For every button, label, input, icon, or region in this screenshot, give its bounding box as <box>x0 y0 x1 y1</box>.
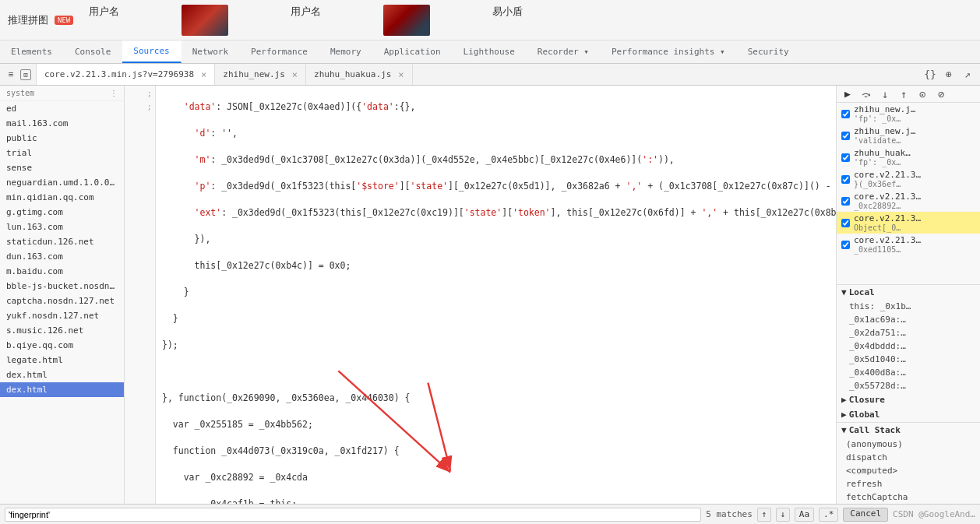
search-next-btn[interactable]: ↓ <box>776 508 790 522</box>
right-file-name-0: zhihu_new.j… 'fp': _0x… <box>854 104 915 123</box>
sidebar-item-lun163[interactable]: lun.163.com <box>0 220 124 234</box>
tab-memory[interactable]: Memory <box>319 40 373 63</box>
code-line: , _0x4caf1b = this; <box>162 498 830 504</box>
step-btn[interactable]: ⊙ <box>915 86 930 102</box>
search-prev-btn[interactable]: ↑ <box>757 508 771 522</box>
right-file-label: zhuhu_huak… <box>854 148 911 158</box>
sidebar-more-btn[interactable]: ⋮ <box>110 89 118 97</box>
sidebar-item-music126[interactable]: s.music.126.net <box>0 323 124 338</box>
file-tab-core[interactable]: core.v2.21.3.min.js?v=2796938 × <box>37 64 215 85</box>
tab-console[interactable]: Console <box>64 40 122 63</box>
step-out-btn[interactable]: ↑ <box>896 86 911 102</box>
call-stack-computed[interactable]: <computed> <box>837 464 980 477</box>
sidebar-item-trial[interactable]: trial <box>0 146 124 160</box>
right-file-item-2[interactable]: zhuhu_huak… 'fp': _0x… <box>837 146 980 168</box>
scope-header-local[interactable]: ▼ Local <box>837 285 980 300</box>
file-tab-core-label: core.v2.21.3.min.js?v=2796938 <box>44 69 194 79</box>
right-file-checkbox-0[interactable] <box>841 110 850 118</box>
right-file-checkbox-1[interactable] <box>841 132 850 140</box>
tab-performance-insights[interactable]: Performance insights ▾ <box>601 40 737 63</box>
right-file-checkbox-3[interactable] <box>841 175 850 184</box>
right-file-checkbox-4[interactable] <box>841 197 850 206</box>
tab-network[interactable]: Network <box>182 40 240 63</box>
code-content[interactable]: 'data': JSON[_0x12e27c(0x4aed)]({'data':… <box>156 86 836 504</box>
tab-security[interactable]: Security <box>737 40 801 63</box>
right-file-item-1[interactable]: zhihu_new.j… 'validate… <box>837 125 980 146</box>
call-stack-header[interactable]: ▼ Call Stack <box>837 423 980 438</box>
tab-performance[interactable]: Performance <box>240 40 319 63</box>
tab-elements[interactable]: Elements <box>0 40 64 63</box>
tab-lighthouse[interactable]: Lighthouse <box>453 40 527 63</box>
sidebar-item-ed[interactable]: ed <box>0 101 124 116</box>
preview-label-tuijing: 推理拼图 <box>8 13 48 27</box>
sidebar-toggle-btn[interactable]: ≡ <box>3 67 19 83</box>
tab-application[interactable]: Application <box>373 40 453 63</box>
sidebar-item-label: staticdun.126.net <box>6 237 94 247</box>
sidebar-item-label: b.qiye.qq.com <box>6 340 73 350</box>
tab-elements-label: Elements <box>11 47 52 57</box>
deactivate-btn[interactable]: ⊘ <box>933 86 949 102</box>
snippet-btn[interactable]: ↗ <box>960 67 975 83</box>
sidebar-item-captcha[interactable]: captcha.nosdn.127.net <box>0 294 124 308</box>
right-file-sub: 'validate… <box>854 136 915 145</box>
sidebar-item-dex2[interactable]: dex.html <box>0 382 124 397</box>
right-file-sub: Object[_0… <box>854 223 921 232</box>
format-btn[interactable]: {} <box>922 67 938 83</box>
sidebar-item-dex1[interactable]: dex.html <box>0 368 124 382</box>
right-file-checkbox-6[interactable] <box>841 241 850 249</box>
right-panel-controls: ▶ ⤼ ↓ ↑ ⊙ ⊘ <box>837 86 980 103</box>
sidebar-item-public[interactable]: public <box>0 131 124 146</box>
sidebar-item-bqiye[interactable]: b.qiye.qq.com <box>0 338 124 353</box>
sidebar-item-legate[interactable]: legate.html <box>0 353 124 368</box>
sidebar-item-minqidian[interactable]: min.qidian.qq.com <box>0 190 124 205</box>
sidebar-item-mbaidu[interactable]: m.baidu.com <box>0 264 124 279</box>
search-input[interactable] <box>5 508 701 522</box>
panel-toggle-btn[interactable]: ⊡ <box>20 69 31 80</box>
sidebar-item-dun163[interactable]: dun.163.com <box>0 249 124 264</box>
file-tab-zhuhu-huakua[interactable]: zhuhu_huakua.js × <box>306 64 413 85</box>
right-file-checkbox-2[interactable] <box>841 153 850 162</box>
regex-btn[interactable]: .* <box>819 508 838 522</box>
right-file-label: core.v2.21.3… <box>854 170 921 180</box>
right-file-sub: }(_0x36ef… <box>854 180 921 188</box>
sidebar-item-label: dex.html <box>6 370 48 380</box>
code-line: 'd': '', <box>162 127 830 140</box>
username-label-2: 用户名 <box>291 5 321 36</box>
right-file-item-5[interactable]: core.v2.21.3… Object[_0… <box>837 212 980 234</box>
scope-header-closure[interactable]: ▶ Closure <box>837 392 980 407</box>
sidebar-item-neguardian[interactable]: neguardian.umd.1.0.0.js <box>0 175 124 190</box>
cancel-search-btn[interactable]: Cancel <box>843 508 888 522</box>
file-tab-zhihu-new[interactable]: zhihu_new.js × <box>215 64 306 85</box>
right-file-item-0[interactable]: zhihu_new.j… 'fp': _0x… <box>837 103 980 125</box>
file-tab-core-close[interactable]: × <box>201 69 206 80</box>
sidebar-item-bbucket[interactable]: bble-js-bucket.nosdn.127.net <box>0 279 124 294</box>
play-btn[interactable]: ▶ <box>840 86 855 102</box>
right-file-checkbox-5[interactable] <box>841 219 850 227</box>
sidebar-item-staticdun[interactable]: staticdun.126.net <box>0 234 124 249</box>
sidebar-item-sense[interactable]: sense <box>0 160 124 175</box>
tab-lighthouse-label: Lighthouse <box>464 47 515 57</box>
call-stack-refresh[interactable]: refresh <box>837 477 980 491</box>
right-file-item-6[interactable]: core.v2.21.3… _0xed1105… <box>837 234 980 255</box>
sidebar-item-ggtimg[interactable]: g.gtimg.com <box>0 205 124 220</box>
call-stack-dispatch[interactable]: dispatch <box>837 451 980 464</box>
step-over-btn[interactable]: ⤼ <box>858 86 874 102</box>
scope-header-global[interactable]: ▶ Global <box>837 407 980 422</box>
right-file-item-4[interactable]: core.v2.21.3… _0xc28892… <box>837 190 980 212</box>
call-stack-fetchcaptcha[interactable]: fetchCaptcha <box>837 491 980 504</box>
tab-sources[interactable]: Sources <box>122 40 181 63</box>
right-file-item-3[interactable]: core.v2.21.3… }(_0x36ef… <box>837 168 980 190</box>
code-area: ; ; <box>125 86 836 504</box>
tab-recorder[interactable]: Recorder ▾ <box>527 40 601 63</box>
right-file-label: core.v2.21.3… <box>854 213 921 223</box>
file-tab-zhihu-new-close[interactable]: × <box>292 69 298 80</box>
file-tab-zhuhu-huakua-close[interactable]: × <box>398 69 404 80</box>
search-in-file-btn[interactable]: ⊕ <box>941 67 957 83</box>
tab-recorder-label: Recorder ▾ <box>538 47 589 57</box>
step-into-btn[interactable]: ↓ <box>877 86 893 102</box>
sidebar-item-mail163[interactable]: mail.163.com <box>0 116 124 131</box>
scope-item-55728d: _0x55728d:… <box>837 379 980 392</box>
call-stack-anonymous[interactable]: (anonymous) <box>837 438 980 451</box>
match-case-btn[interactable]: Aa <box>795 508 814 522</box>
sidebar-item-yukf[interactable]: yukf.nosdn.127.net <box>0 308 124 323</box>
